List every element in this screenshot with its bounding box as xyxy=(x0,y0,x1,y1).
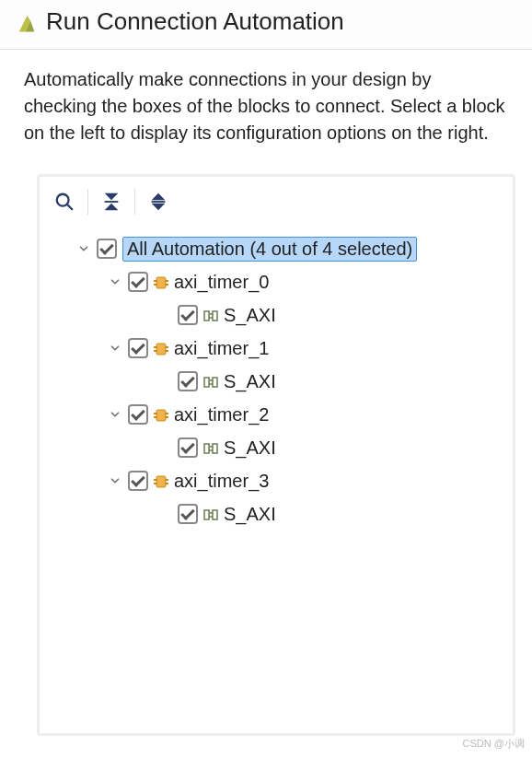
page-title: Run Connection Automation xyxy=(46,7,344,36)
svg-rect-30 xyxy=(154,416,157,418)
ip-block-icon xyxy=(154,340,170,356)
search-button[interactable] xyxy=(49,186,80,217)
svg-rect-12 xyxy=(154,284,157,286)
interface-icon xyxy=(203,307,220,323)
node-label[interactable]: axi_timer_2 xyxy=(174,404,269,426)
svg-line-3 xyxy=(67,204,73,210)
svg-rect-28 xyxy=(156,410,166,421)
interface-label[interactable]: S_AXI xyxy=(224,371,276,392)
interface-label[interactable]: S_AXI xyxy=(224,437,276,459)
node-label[interactable]: axi_timer_3 xyxy=(174,471,269,492)
svg-rect-22 xyxy=(165,346,168,348)
tree-node[interactable]: axi_timer_1 xyxy=(47,332,505,365)
svg-rect-14 xyxy=(165,284,168,286)
svg-rect-43 xyxy=(213,510,217,519)
svg-rect-25 xyxy=(213,378,217,387)
svg-rect-38 xyxy=(154,479,157,481)
watermark: CSDN @小调 xyxy=(463,737,525,751)
node-label[interactable]: axi_timer_1 xyxy=(174,338,269,359)
collapse-all-button[interactable] xyxy=(96,186,127,217)
svg-rect-33 xyxy=(204,444,209,453)
svg-rect-31 xyxy=(165,413,168,414)
interface-label[interactable]: S_AXI xyxy=(224,305,276,326)
interface-icon xyxy=(203,373,220,390)
chevron-down-icon[interactable] xyxy=(106,273,124,291)
expand-all-icon xyxy=(148,192,168,212)
toolbar xyxy=(40,177,513,225)
svg-rect-41 xyxy=(165,483,168,484)
interface-icon xyxy=(203,439,220,456)
svg-rect-16 xyxy=(213,311,217,321)
toolbar-sep xyxy=(87,189,88,215)
svg-rect-21 xyxy=(154,350,157,352)
svg-marker-6 xyxy=(105,204,119,210)
node-label[interactable]: axi_timer_0 xyxy=(174,272,269,293)
svg-marker-4 xyxy=(105,193,119,200)
svg-rect-40 xyxy=(165,479,168,481)
tree-node[interactable]: axi_timer_2 xyxy=(47,398,505,431)
chevron-down-icon[interactable] xyxy=(106,472,124,490)
toolbar-sep xyxy=(134,189,135,215)
tree-interface[interactable]: S_AXI xyxy=(47,298,505,332)
ip-block-icon xyxy=(154,274,170,290)
svg-rect-13 xyxy=(165,280,168,282)
svg-rect-15 xyxy=(204,311,209,321)
node-checkbox[interactable] xyxy=(128,338,148,358)
chevron-down-icon[interactable] xyxy=(106,339,124,357)
interface-label[interactable]: S_AXI xyxy=(224,504,276,525)
svg-rect-39 xyxy=(154,483,157,484)
root-checkbox[interactable] xyxy=(97,239,117,259)
svg-rect-23 xyxy=(165,350,168,352)
svg-rect-20 xyxy=(154,346,157,348)
ip-block-icon xyxy=(154,406,170,423)
interface-checkbox[interactable] xyxy=(178,437,198,458)
svg-rect-5 xyxy=(105,201,119,203)
svg-rect-10 xyxy=(156,277,166,288)
tree-interface[interactable]: S_AXI xyxy=(47,431,505,464)
tree-interface[interactable]: S_AXI xyxy=(47,365,505,398)
collapse-all-icon xyxy=(101,192,121,212)
description-text: Automatically make connections in your d… xyxy=(0,50,532,146)
interface-checkbox[interactable] xyxy=(178,371,198,391)
tree-root[interactable]: All Automation (4 out of 4 selected) xyxy=(47,232,505,265)
svg-rect-8 xyxy=(152,201,166,203)
svg-rect-24 xyxy=(204,378,209,387)
search-icon xyxy=(54,192,75,212)
svg-rect-11 xyxy=(154,280,157,282)
svg-marker-9 xyxy=(152,204,166,210)
tree-panel: All Automation (4 out of 4 selected)axi_… xyxy=(37,174,515,736)
app-icon xyxy=(11,9,37,35)
ip-block-icon xyxy=(154,472,170,489)
titlebar: Run Connection Automation xyxy=(0,0,532,50)
chevron-down-icon[interactable] xyxy=(106,405,124,424)
svg-rect-37 xyxy=(156,476,166,487)
svg-rect-29 xyxy=(154,413,157,414)
tree-interface[interactable]: S_AXI xyxy=(47,497,505,531)
node-checkbox[interactable] xyxy=(128,272,148,292)
tree-node[interactable]: axi_timer_0 xyxy=(47,265,505,298)
interface-icon xyxy=(203,506,220,522)
svg-rect-32 xyxy=(165,416,168,418)
node-checkbox[interactable] xyxy=(128,404,148,425)
node-checkbox[interactable] xyxy=(128,471,148,491)
svg-marker-7 xyxy=(152,193,166,200)
root-label[interactable]: All Automation (4 out of 4 selected) xyxy=(122,237,417,262)
svg-rect-19 xyxy=(156,344,166,355)
tree-node[interactable]: axi_timer_3 xyxy=(47,464,505,497)
svg-rect-42 xyxy=(204,510,209,519)
interface-checkbox[interactable] xyxy=(178,305,198,325)
svg-rect-34 xyxy=(213,444,217,453)
automation-tree: All Automation (4 out of 4 selected)axi_… xyxy=(40,225,513,733)
interface-checkbox[interactable] xyxy=(178,504,198,524)
expand-all-button[interactable] xyxy=(143,186,174,217)
chevron-down-icon[interactable] xyxy=(75,239,93,258)
